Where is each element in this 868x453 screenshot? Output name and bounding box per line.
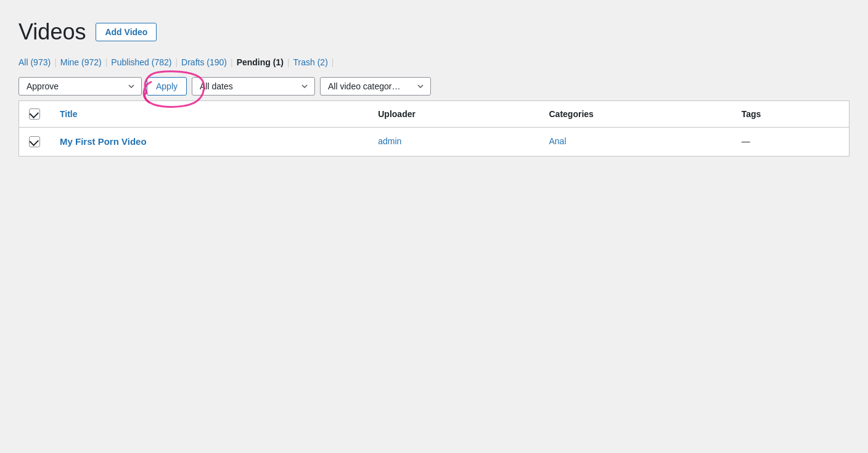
separator-2: | (105, 57, 108, 67)
separator-6: | (332, 57, 334, 67)
row-uploader-cell: admin (368, 128, 539, 157)
row-tags-cell: — (732, 128, 849, 157)
tags-value: — (742, 136, 750, 146)
videos-table-container: Title Uploader Categories Tags My First … (18, 100, 850, 157)
table-row: My First Porn Video admin Anal — (19, 128, 849, 157)
video-title-link[interactable]: My First Porn Video (60, 136, 147, 147)
col-header-categories: Categories (539, 101, 731, 128)
uploader-link[interactable]: admin (378, 136, 401, 146)
select-all-header (19, 101, 50, 128)
filter-trash[interactable]: Trash (2) (293, 57, 328, 67)
separator-3: | (175, 57, 178, 67)
add-video-button[interactable]: Add Video (96, 23, 157, 41)
separator-1: | (54, 57, 57, 67)
col-header-title[interactable]: Title (50, 101, 368, 128)
row-checkbox-cell (19, 128, 50, 157)
filter-all[interactable]: All (973) (18, 57, 51, 67)
row-categories-cell: Anal (539, 128, 731, 157)
row-checkbox[interactable] (29, 136, 40, 147)
col-header-tags: Tags (732, 101, 849, 128)
separator-5: | (287, 57, 290, 67)
row-title-cell: My First Porn Video (50, 128, 368, 157)
col-header-uploader: Uploader (368, 101, 539, 128)
bulk-action-select[interactable]: Approve (18, 77, 142, 96)
separator-4: | (231, 57, 233, 67)
filter-pending[interactable]: Pending (1) (237, 57, 284, 67)
videos-table: Title Uploader Categories Tags My First … (19, 101, 849, 156)
date-filter-select[interactable]: All dates (192, 77, 315, 96)
page-header: Videos Add Video (18, 18, 850, 45)
filter-drafts[interactable]: Drafts (190) (181, 57, 227, 67)
select-all-checkbox[interactable] (29, 108, 40, 120)
category-link[interactable]: Anal (549, 136, 566, 146)
filter-links: All (973) | Mine (972) | Published (782)… (18, 57, 850, 67)
toolbar: Approve Apply All dates All video catego… (18, 77, 850, 96)
apply-button[interactable]: Apply (147, 77, 187, 96)
category-filter-select[interactable]: All video categor… (320, 77, 431, 96)
filter-mine[interactable]: Mine (972) (60, 57, 102, 67)
page-title: Videos (18, 18, 86, 45)
filter-published[interactable]: Published (782) (111, 57, 171, 67)
apply-btn-wrapper: Apply (147, 77, 187, 96)
